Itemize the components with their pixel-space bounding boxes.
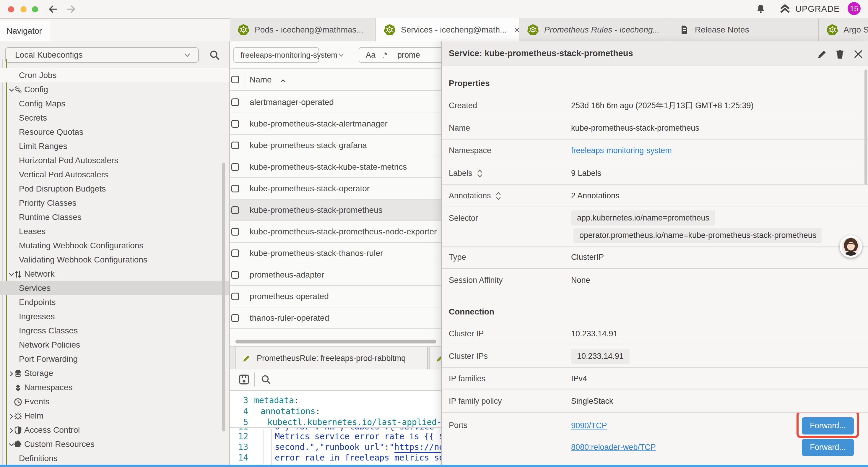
save-icon[interactable] <box>238 373 251 386</box>
detail-value: freeleaps-monitoring-system <box>571 140 868 162</box>
column-header-name[interactable]: Name <box>250 75 272 85</box>
sidebar-item-horizontal-pod-autoscalers[interactable]: Horizontal Pod Autoscalers <box>0 153 230 168</box>
row-checkbox[interactable] <box>231 163 239 171</box>
tab-navigator[interactable]: Navigator <box>0 21 50 41</box>
row-checkbox[interactable] <box>231 228 239 236</box>
port-link[interactable]: 8080:reloader-web/TCP <box>571 443 656 452</box>
forward-button[interactable]: Forward... <box>802 417 854 435</box>
row-checkbox[interactable] <box>231 142 239 149</box>
maximize-window-button[interactable] <box>32 6 38 12</box>
forward-button[interactable]: Forward... <box>802 439 854 456</box>
sidebar-item-validating-webhook-configurations[interactable]: Validating Webhook Configurations <box>0 253 230 267</box>
search-icon[interactable] <box>209 49 220 61</box>
upgrade-icon[interactable] <box>779 3 791 16</box>
sidebar-item-access-control[interactable]: Access Control <box>0 423 230 437</box>
sidebar-item-storage[interactable]: Storage <box>0 366 230 380</box>
table-row[interactable]: prometheus-adapter <box>230 264 441 286</box>
sidebar-item-mutating-webhook-configurations[interactable]: Mutating Webhook Configurations <box>0 238 230 253</box>
sort-updown-icon[interactable] <box>476 169 483 178</box>
close-window-button[interactable] <box>8 6 14 12</box>
horizontal-scrollbar[interactable] <box>236 340 436 344</box>
sidebar-item-events[interactable]: Events <box>0 395 230 409</box>
table-row[interactable]: kube-prometheus-stack-prometheus-node-ex… <box>230 221 441 243</box>
sidebar-item-pod-disruption-budgets[interactable]: Pod Disruption Budgets <box>0 182 230 196</box>
sidebar-item-network-policies[interactable]: Network Policies <box>0 338 230 352</box>
namespace-select[interactable]: freeleaps-monitoring-system <box>234 47 319 63</box>
table-row[interactable]: kube-prometheus-stack-kube-state-metrics <box>230 156 441 178</box>
sidebar-item-port-forwarding[interactable]: Port Forwarding <box>0 352 230 366</box>
pencil-icon <box>435 353 441 363</box>
sidebar-item-namespaces[interactable]: Namespaces <box>0 380 230 395</box>
sort-ascending-icon[interactable] <box>279 78 286 85</box>
sidebar-item-helm[interactable]: Helm <box>0 409 230 423</box>
line-code: Metrics service error rate is {{ $va <box>275 432 441 441</box>
sort-updown-icon[interactable] <box>495 191 502 201</box>
sidebar-item-resource-quotas[interactable]: Resource Quotas <box>0 125 230 139</box>
close-icon[interactable] <box>852 49 864 60</box>
close-tab-icon[interactable]: × <box>514 25 519 35</box>
table-row[interactable]: kube-prometheus-stack-operator <box>230 178 441 200</box>
table-row[interactable]: kube-prometheus-stack-prometheus <box>230 200 441 221</box>
bell-icon[interactable] <box>755 4 766 15</box>
row-checkbox[interactable] <box>231 185 239 193</box>
tab-argo[interactable]: Argo Se <box>819 18 868 41</box>
avatar[interactable] <box>840 235 862 258</box>
row-checkbox[interactable] <box>231 314 239 322</box>
row-checkbox[interactable] <box>231 206 239 214</box>
sidebar-item-ingresses[interactable]: Ingresses <box>0 310 230 324</box>
row-checkbox[interactable] <box>231 98 239 106</box>
forward-icon[interactable] <box>66 4 76 14</box>
sidebar-item-runtime-classes[interactable]: Runtime Classes <box>0 210 230 224</box>
sidebar-item-priority-classes[interactable]: Priority Classes <box>0 196 230 210</box>
kubeconfig-select[interactable]: Local Kubeconfigs <box>5 47 199 63</box>
table-row[interactable]: kube-prometheus-stack-thanos-ruler <box>230 243 441 264</box>
row-checkbox[interactable] <box>231 250 239 257</box>
sidebar-item-cron-jobs[interactable]: Cron Jobs <box>0 68 230 83</box>
editor-tab[interactable]: PrometheusRule: freeleaps-prod-rabbitmq <box>236 347 428 370</box>
yaml-editor[interactable]: 3metadata:4annotations:5kubectl.kubernet… <box>230 391 441 467</box>
table-row[interactable]: alertmanager-operated <box>230 92 441 113</box>
helm-icon <box>13 412 23 420</box>
port-link[interactable]: 9090/TCP <box>571 421 607 430</box>
tab-prometheus[interactable]: Prometheus Rules - icecheng... <box>519 18 671 41</box>
table-row[interactable]: prometheus-operated <box>230 286 441 308</box>
sidebar-item-definitions[interactable]: Definitions <box>0 451 230 466</box>
sidebar-item-limit-ranges[interactable]: Limit Ranges <box>0 139 230 153</box>
minimize-window-button[interactable] <box>20 6 27 12</box>
filter-query[interactable]: prome <box>397 51 420 60</box>
sidebar-item-custom-resources[interactable]: Custom Resources <box>0 437 230 451</box>
namespace-link[interactable]: freeleaps-monitoring-system <box>571 146 672 155</box>
sidebar-item-config-maps[interactable]: Config Maps <box>0 97 230 111</box>
row-checkbox[interactable] <box>231 120 239 128</box>
tab-pods[interactable]: Pods - icecheng@mathmas... <box>230 18 376 41</box>
notification-badge[interactable]: 15 <box>848 2 861 15</box>
match-case-toggle[interactable]: Aa <box>366 51 375 60</box>
select-all-checkbox[interactable] <box>231 76 239 83</box>
edit-icon[interactable] <box>816 49 828 60</box>
table-row[interactable]: thanos-ruler-operated <box>230 308 441 329</box>
row-checkbox[interactable] <box>231 271 239 279</box>
editor-search-icon[interactable] <box>260 374 272 385</box>
upgrade-label[interactable]: UPGRADE <box>795 4 840 14</box>
drawer-scrollbar[interactable] <box>864 69 867 185</box>
table-row[interactable]: kube-prometheus-stack-alertmanager <box>230 113 441 135</box>
tab-services[interactable]: Services - icecheng@math...× <box>376 18 519 41</box>
back-icon[interactable] <box>48 4 59 14</box>
row-checkbox[interactable] <box>231 293 239 300</box>
sidebar-item-secrets[interactable]: Secrets <box>0 111 230 125</box>
sidebar-item-vertical-pod-autoscalers[interactable]: Vertical Pod Autoscalers <box>0 168 230 182</box>
table-row[interactable]: kube-prometheus-stack-grafana <box>230 135 441 156</box>
sidebar-item-config[interactable]: Config <box>0 83 230 97</box>
sidebar-item-leases[interactable]: Leases <box>0 224 230 238</box>
tab-release[interactable]: Release Notes <box>671 18 819 41</box>
sidebar-item-services[interactable]: Services <box>0 281 230 295</box>
editor-tab-clipped[interactable] <box>429 347 441 370</box>
delete-icon[interactable] <box>834 49 845 60</box>
regex-toggle[interactable]: .* <box>382 51 387 60</box>
sidebar-item-ingress-classes[interactable]: Ingress Classes <box>0 324 230 338</box>
line-code: second.","runbook_url":"https://net <box>275 442 441 452</box>
sidebar-item-endpoints[interactable]: Endpoints <box>0 295 230 310</box>
navigator-scrollbar[interactable] <box>222 163 225 432</box>
filter-input[interactable]: Aa .* prome <box>359 47 441 63</box>
sidebar-item-network[interactable]: Network <box>0 267 230 281</box>
